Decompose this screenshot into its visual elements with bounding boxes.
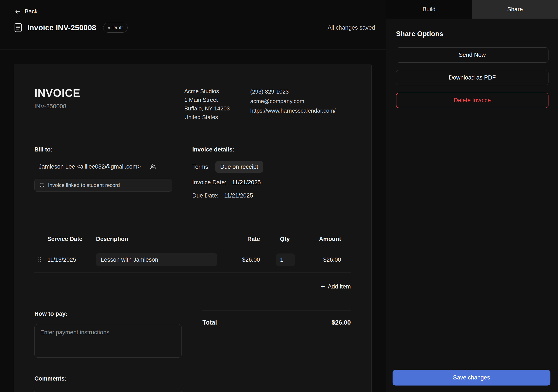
comments-input[interactable]	[34, 389, 182, 392]
invoice-editor-main: Back Invoice INV-250008 Draft All change…	[0, 0, 386, 392]
invoice-date-value[interactable]: 11/21/2025	[232, 179, 261, 186]
company-email: acme@company.com	[250, 96, 351, 106]
bill-to-label: Bill to:	[34, 146, 192, 153]
invoice-details-section: Invoice details: Terms: Due on receipt I…	[192, 146, 351, 199]
delete-invoice-button[interactable]: Delete Invoice	[396, 93, 549, 108]
bill-to-section: Bill to: Jamieson Lee <allilee032@gmail.…	[34, 146, 192, 199]
share-options-heading: Share Options	[396, 30, 549, 38]
save-changes-button[interactable]: Save changes	[392, 370, 550, 385]
total-row: Total $26.00	[202, 311, 351, 326]
share-options-panel: Share Options Send Now Download as PDF D…	[386, 19, 558, 360]
save-area: Save changes	[386, 360, 558, 392]
add-item-button[interactable]: + Add item	[321, 283, 351, 290]
company-address-line2: Buffalo, NY 14203	[184, 104, 250, 113]
document-icon	[14, 23, 22, 32]
title-row: Invoice INV-250008 Draft All changes sav…	[14, 23, 375, 33]
download-pdf-button[interactable]: Download as PDF	[396, 70, 549, 85]
total-label: Total	[202, 319, 217, 326]
payment-instructions-input[interactable]	[34, 324, 182, 358]
due-date-value[interactable]: 11/21/2025	[224, 192, 253, 199]
cell-service-date[interactable]: 11/13/2025	[47, 256, 94, 263]
invoice-doc-title: INVOICE	[34, 87, 184, 99]
cell-description	[96, 253, 231, 266]
invoice-meta-section: Bill to: Jamieson Lee <allilee032@gmail.…	[34, 146, 351, 199]
invoice-date-label: Invoice Date:	[192, 179, 227, 186]
autosave-status: All changes saved	[328, 25, 375, 31]
add-item-label: Add item	[328, 283, 351, 290]
invoice-top-section: INVOICE INV-250008 Acme Studios 1 Main S…	[34, 87, 351, 121]
cell-amount: $26.00	[300, 256, 351, 263]
invoice-bottom-section: How to pay: Comments: Total $26.00	[34, 311, 351, 392]
status-dot-icon	[108, 27, 110, 29]
sidebar-tabs: Build Share	[386, 0, 558, 19]
drag-handle-icon[interactable]	[34, 257, 45, 263]
add-item-row: + Add item	[34, 283, 351, 290]
header-description: Description	[96, 236, 231, 242]
tab-share[interactable]: Share	[472, 0, 558, 19]
invoice-card: INVOICE INV-250008 Acme Studios 1 Main S…	[14, 64, 372, 392]
terms-row: Terms: Due on receipt	[192, 161, 351, 173]
terms-label: Terms:	[192, 164, 210, 170]
info-icon	[39, 183, 44, 188]
qty-input[interactable]	[276, 254, 295, 266]
total-value: $26.00	[331, 319, 351, 326]
status-badge: Draft	[103, 23, 128, 33]
linked-student-note: Invoice linked to student record	[34, 179, 172, 192]
table-row: 11/13/2025 $26.00 $26.00	[34, 247, 351, 273]
invoice-date-row: Invoice Date: 11/21/2025	[192, 179, 351, 186]
contacts-icon[interactable]	[150, 164, 156, 170]
invoice-details-label: Invoice details:	[192, 146, 351, 153]
recipient-text: Jamieson Lee <allilee032@gmail.com>	[39, 163, 141, 170]
description-input[interactable]	[96, 253, 217, 266]
header-service-date: Service Date	[47, 236, 94, 242]
tab-build[interactable]: Build	[386, 0, 472, 19]
status-badge-label: Draft	[113, 25, 123, 30]
due-date-label: Due Date:	[192, 192, 219, 199]
back-arrow-icon	[14, 9, 21, 15]
cell-qty	[272, 254, 298, 266]
plus-icon: +	[321, 283, 325, 290]
cell-rate: $26.00	[233, 256, 270, 263]
header-amount: Amount	[300, 236, 351, 242]
back-button[interactable]: Back	[14, 8, 38, 15]
line-items-table: Service Date Description Rate Qty Amount…	[34, 231, 351, 290]
company-phone: (293) 829-1023	[250, 87, 351, 96]
company-name: Acme Studios	[184, 87, 250, 95]
how-to-pay-label: How to pay:	[34, 311, 184, 317]
header-qty: Qty	[272, 236, 298, 242]
company-address-block: Acme Studios 1 Main Street Buffalo, NY 1…	[184, 87, 250, 121]
linked-student-note-text: Invoice linked to student record	[48, 182, 120, 188]
due-date-row: Due Date: 11/21/2025	[192, 192, 351, 199]
share-sidebar: Build Share Share Options Send Now Downl…	[386, 0, 558, 392]
recipient-row: Jamieson Lee <allilee032@gmail.com>	[39, 163, 192, 170]
comments-label: Comments:	[34, 375, 184, 382]
invoice-doc-number: INV-250008	[34, 103, 184, 110]
page-title: Invoice INV-250008	[27, 23, 96, 32]
back-label: Back	[25, 8, 38, 15]
company-website: https://www.harnesscalendar.com/	[250, 106, 351, 115]
payment-comments-column: How to pay: Comments:	[34, 311, 184, 392]
company-contact-block: (293) 829-1023 acme@company.com https://…	[250, 87, 351, 121]
terms-select[interactable]: Due on receipt	[215, 161, 263, 173]
table-header-row: Service Date Description Rate Qty Amount	[34, 231, 351, 247]
send-now-button[interactable]: Send Now	[396, 47, 549, 63]
company-address-line3: United States	[184, 113, 250, 121]
main-header: Back Invoice INV-250008 Draft All change…	[0, 0, 386, 50]
header-rate: Rate	[233, 236, 270, 242]
invoice-brand: INVOICE INV-250008	[34, 87, 184, 121]
company-address-line1: 1 Main Street	[184, 95, 250, 104]
